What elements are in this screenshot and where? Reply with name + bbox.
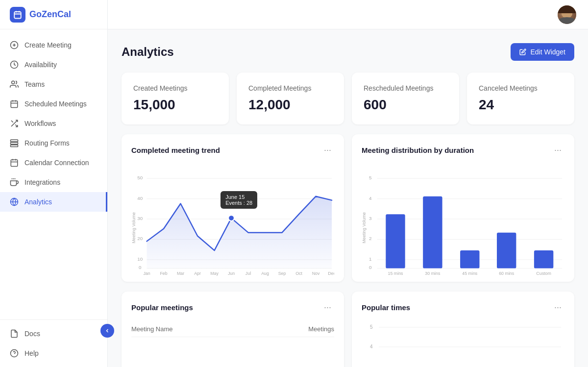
avatar-image bbox=[558, 5, 576, 24]
stat-label-2: Rescheduled Meetings bbox=[364, 84, 447, 92]
stats-row: Created Meetings 15,000 Completed Meetin… bbox=[122, 73, 574, 124]
svg-text:3: 3 bbox=[369, 216, 372, 221]
svg-text:Meeting Volume: Meeting Volume bbox=[362, 212, 367, 244]
stat-label-1: Completed Meetings bbox=[248, 84, 332, 92]
popular-times-chart: 5 4 bbox=[362, 321, 564, 363]
popular-times-svg: 5 4 bbox=[362, 321, 564, 361]
nav-label-integrations: Integrations bbox=[24, 178, 60, 186]
charts-row: Completed meeting trend ··· June 15 Even… bbox=[122, 134, 574, 282]
stat-value-1: 12,000 bbox=[248, 97, 332, 113]
svg-text:2: 2 bbox=[369, 236, 371, 241]
svg-text:5: 5 bbox=[369, 175, 372, 180]
svg-text:Jun: Jun bbox=[228, 271, 235, 276]
popular-meetings-more-button[interactable]: ··· bbox=[321, 301, 334, 314]
popular-times-more-button[interactable]: ··· bbox=[551, 301, 564, 314]
svg-text:Custom: Custom bbox=[536, 271, 551, 276]
svg-text:30 mins: 30 mins bbox=[425, 271, 441, 276]
svg-rect-14 bbox=[11, 143, 18, 145]
logo-text: GoZenCal bbox=[29, 9, 71, 20]
svg-text:0: 0 bbox=[369, 265, 372, 270]
svg-text:Feb: Feb bbox=[160, 271, 167, 276]
bar-custom bbox=[534, 250, 553, 268]
tooltip-date: June 15 bbox=[225, 194, 252, 200]
completed-trend-chart: June 15 Events : 28 50 40 30 20 10 0 Mee… bbox=[131, 164, 334, 272]
svg-text:4: 4 bbox=[369, 196, 372, 201]
chart-tooltip: June 15 Events : 28 bbox=[220, 191, 257, 209]
content-area: Analytics Edit Widget Created Meetings 1… bbox=[108, 29, 588, 367]
completed-trend-card: Completed meeting trend ··· June 15 Even… bbox=[122, 134, 344, 282]
nav-label-create-meeting: Create Meeting bbox=[24, 41, 72, 49]
popular-times-title: Popular times bbox=[362, 303, 410, 312]
svg-text:Jan: Jan bbox=[143, 271, 150, 276]
tooltip-events: Events : 28 bbox=[225, 200, 252, 206]
sidebar-item-calendar-connection[interactable]: Calendar Connection bbox=[0, 153, 107, 172]
svg-text:30: 30 bbox=[137, 216, 143, 221]
svg-rect-13 bbox=[11, 140, 18, 142]
bar-60mins bbox=[497, 233, 516, 269]
sidebar-bottom: Docs Help bbox=[0, 319, 107, 367]
nav-label-scheduled-meetings: Scheduled Meetings bbox=[24, 100, 87, 108]
stat-card-rescheduled-meetings: Rescheduled Meetings 600 bbox=[352, 73, 459, 124]
svg-text:50: 50 bbox=[137, 175, 143, 180]
sidebar-item-teams[interactable]: Teams bbox=[0, 74, 107, 94]
svg-text:Oct: Oct bbox=[295, 271, 302, 276]
chart-active-point bbox=[228, 215, 234, 221]
line-chart-svg: 50 40 30 20 10 0 Meeting Volume bbox=[131, 164, 334, 277]
popular-row: Popular meetings ··· Meeting Name Meetin… bbox=[122, 292, 574, 367]
svg-text:Aug: Aug bbox=[261, 271, 269, 276]
svg-line-12 bbox=[11, 121, 13, 122]
nav-label-teams: Teams bbox=[24, 80, 45, 88]
logo: GoZenCal bbox=[0, 0, 107, 29]
nav-label-routing-forms: Routing Forms bbox=[24, 139, 70, 147]
sidebar-item-integrations[interactable]: Integrations bbox=[0, 172, 107, 192]
popular-meetings-table-header: Meeting Name Meetings bbox=[131, 321, 334, 337]
sidebar-item-routing-forms[interactable]: Routing Forms bbox=[0, 133, 107, 153]
sidebar-item-help[interactable]: Help bbox=[0, 343, 107, 363]
stat-value-3: 24 bbox=[479, 97, 563, 113]
svg-text:0: 0 bbox=[139, 265, 142, 270]
duration-chart-card: Meeting distribution by duration ··· 5 4… bbox=[352, 134, 574, 282]
stat-label-0: Created Meetings bbox=[133, 84, 217, 92]
svg-text:20: 20 bbox=[137, 236, 143, 241]
popular-meetings-title: Popular meetings bbox=[131, 303, 193, 312]
svg-text:5: 5 bbox=[370, 324, 373, 330]
sidebar-item-docs[interactable]: Docs bbox=[0, 324, 107, 343]
main-content: Analytics Edit Widget Created Meetings 1… bbox=[108, 0, 588, 367]
stat-card-completed-meetings: Completed Meetings 12,000 bbox=[237, 73, 344, 124]
svg-text:May: May bbox=[210, 271, 219, 276]
popular-meetings-col-count: Meetings bbox=[308, 325, 334, 333]
stat-value-0: 15,000 bbox=[133, 97, 217, 113]
duration-chart-more-button[interactable]: ··· bbox=[551, 144, 564, 156]
collapse-sidebar-button[interactable] bbox=[100, 324, 114, 338]
duration-chart: 5 4 3 2 1 0 Meeting Volume bbox=[362, 164, 564, 272]
svg-text:45 mins: 45 mins bbox=[462, 271, 478, 276]
sidebar: GoZenCal Create Meeting Availability Tea… bbox=[0, 0, 108, 367]
sidebar-item-availability[interactable]: Availability bbox=[0, 55, 107, 74]
avatar[interactable] bbox=[558, 5, 576, 24]
nav-label-availability: Availability bbox=[24, 61, 57, 69]
stat-card-canceled-meetings: Canceled Meetings 24 bbox=[467, 73, 574, 124]
svg-rect-15 bbox=[11, 145, 18, 147]
sidebar-item-create-meeting[interactable]: Create Meeting bbox=[0, 35, 107, 55]
completed-trend-more-button[interactable]: ··· bbox=[321, 144, 334, 156]
completed-trend-title: Completed meeting trend bbox=[131, 146, 220, 154]
bar-30mins bbox=[423, 196, 442, 269]
bar-15mins bbox=[386, 214, 405, 268]
sidebar-item-analytics[interactable]: Analytics bbox=[0, 192, 107, 212]
svg-text:15 mins: 15 mins bbox=[388, 271, 403, 276]
edit-widget-label: Edit Widget bbox=[530, 48, 565, 56]
svg-text:40: 40 bbox=[137, 196, 143, 201]
svg-text:Mar: Mar bbox=[177, 271, 184, 276]
sidebar-item-workflows[interactable]: Workflows bbox=[0, 114, 107, 133]
edit-widget-button[interactable]: Edit Widget bbox=[511, 43, 574, 61]
nav-label-workflows: Workflows bbox=[24, 120, 56, 127]
sidebar-item-scheduled-meetings[interactable]: Scheduled Meetings bbox=[0, 94, 107, 114]
svg-text:Sep: Sep bbox=[278, 271, 286, 276]
svg-text:Jul: Jul bbox=[245, 271, 251, 276]
svg-text:Apr: Apr bbox=[194, 271, 201, 276]
duration-chart-title: Meeting distribution by duration bbox=[362, 146, 474, 154]
popular-times-card: Popular times ··· 5 4 bbox=[352, 292, 574, 367]
sidebar-navigation: Create Meeting Availability Teams Schedu… bbox=[0, 29, 107, 319]
svg-point-5 bbox=[12, 81, 15, 84]
svg-text:Meeting Volume: Meeting Volume bbox=[131, 212, 136, 244]
